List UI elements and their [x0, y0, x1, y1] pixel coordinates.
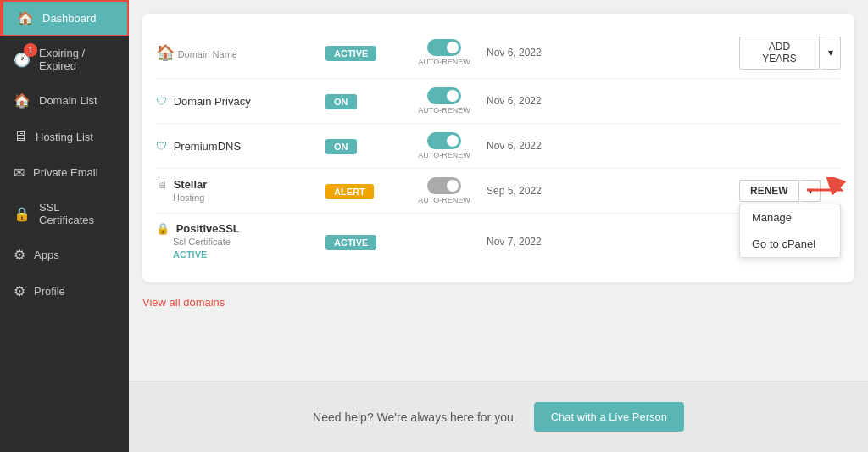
sidebar-item-label: Domain List	[39, 94, 97, 107]
sidebar-item-apps[interactable]: ⚙ Apps	[0, 237, 129, 273]
sidebar-item-label: Profile	[34, 285, 65, 298]
domain-status-col: ACTIVE	[326, 45, 402, 60]
domain-date-col: Nov 6, 2022	[487, 47, 739, 59]
footer: Need help? We're always here for you. Ch…	[129, 381, 868, 452]
stellar-alert-badge: ALERT	[326, 184, 374, 199]
domain-privacy-date: Nov 6, 2022	[487, 95, 739, 107]
stellar-toggle-col: AUTO-RENEW	[402, 177, 487, 204]
ssl-date: Nov 7, 2022	[487, 236, 542, 248]
sidebar: 🏠 Dashboard 🕐 Expiring / Expired 1 🏠 Dom…	[0, 0, 129, 452]
domain-row-1: 🏠 Domain Name ACTIVE AUTO-RENEW Nov 6, 2…	[156, 27, 841, 79]
renew-button[interactable]: RENEW	[739, 180, 799, 202]
renew-dropdown-menu: Manage Go to cPanel	[739, 204, 841, 258]
sidebar-item-label: Expiring / Expired	[39, 47, 115, 72]
status-badge-active: ACTIVE	[326, 46, 376, 61]
domain-list-icon: 🏠	[14, 92, 31, 109]
premiumdns-date: Nov 6, 2022	[487, 140, 739, 152]
renew-dropdown-button[interactable]: ▾	[801, 180, 821, 202]
content-area: 🏠 Domain Name ACTIVE AUTO-RENEW Nov 6, 2…	[129, 0, 868, 381]
dashboard-icon: 🏠	[17, 10, 34, 26]
stellar-status-col: ALERT	[326, 183, 402, 198]
sidebar-item-label: Dashboard	[42, 12, 97, 25]
expiring-badge: 1	[24, 43, 37, 57]
domain-privacy-label: Domain Privacy	[174, 95, 251, 108]
premiumdns-toggle[interactable]	[427, 132, 461, 149]
domain-type-label: Domain Name	[178, 49, 237, 59]
stellar-date-col: Sep 5, 2022	[487, 185, 739, 197]
domain-row-4: 🖥 Stellar Hosting ALERT AUTO-RENEW Sep 5…	[156, 169, 841, 214]
stellar-type-label: Hosting	[173, 193, 204, 203]
auto-renew-toggle[interactable]	[427, 39, 461, 56]
ssl-status-text: ACTIVE	[173, 249, 207, 259]
goto-cpanel-menu-item[interactable]: Go to cPanel	[740, 231, 840, 257]
domain-privacy-name: 🛡 Domain Privacy	[156, 95, 326, 108]
sidebar-item-label: Private Email	[33, 166, 98, 179]
ssl-type-label: Ssl Certificate	[173, 237, 231, 247]
premiumdns-badge: ON	[326, 139, 357, 154]
domain-row-2: 🛡 Domain Privacy ON AUTO-RENEW Nov 6, 20…	[156, 79, 841, 124]
domain-privacy-toggle-col: AUTO-RENEW	[402, 87, 487, 114]
sidebar-item-profile[interactable]: ⚙ Profile	[0, 273, 129, 310]
hosting-icon: 🖥	[14, 129, 27, 144]
premiumdns-status: ON	[326, 138, 402, 153]
status-badge-on: ON	[326, 94, 357, 109]
domain-home-icon: 🏠	[156, 44, 175, 61]
premiumdns-label: PremiumDNS	[174, 140, 241, 153]
main-content: 🏠 Domain Name ACTIVE AUTO-RENEW Nov 6, 2…	[129, 0, 868, 452]
premiumdns-icon: 🛡	[156, 140, 167, 153]
domain-date: Nov 6, 2022	[487, 47, 542, 59]
stellar-auto-renew-label: AUTO-RENEW	[418, 196, 470, 204]
privacy-auto-renew-label: AUTO-RENEW	[418, 106, 470, 114]
stellar-toggle[interactable]	[427, 177, 461, 194]
profile-icon: ⚙	[14, 283, 25, 299]
ssl-name-col: 🔒 PositiveSSL Ssl Certificate ACTIVE	[156, 222, 326, 260]
domain-name-col: 🏠 Domain Name	[156, 43, 326, 62]
premiumdns-date-val: Nov 6, 2022	[487, 140, 542, 152]
privacy-icon: 🛡	[156, 95, 167, 108]
privacy-date: Nov 6, 2022	[487, 95, 542, 107]
chat-button[interactable]: Chat with a Live Person	[534, 402, 684, 432]
premiumdns-name: 🛡 PremiumDNS	[156, 140, 326, 153]
ssl-cert-icon: 🔒	[156, 222, 170, 235]
stellar-icon: 🖥	[156, 178, 167, 191]
manage-menu-item[interactable]: Manage	[740, 204, 840, 231]
ssl-icon: 🔒	[14, 206, 31, 222]
add-years-dropdown-button[interactable]: ▾	[821, 36, 841, 70]
sidebar-item-hosting-list[interactable]: 🖥 Hosting List	[0, 119, 129, 154]
stellar-date: Sep 5, 2022	[487, 185, 542, 197]
ssl-date-col: Nov 7, 2022	[487, 236, 739, 248]
auto-renew-label: AUTO-RENEW	[418, 58, 470, 66]
sidebar-item-label: SSL Certificates	[39, 201, 115, 226]
sidebar-item-dashboard[interactable]: 🏠 Dashboard	[0, 0, 129, 36]
apps-icon: ⚙	[14, 247, 25, 263]
ssl-name-label: PositiveSSL	[176, 222, 240, 235]
sidebar-item-label: Hosting List	[36, 131, 93, 143]
domain-action-col: ADD YEARS ▾	[739, 36, 841, 70]
stellar-action-col: RENEW ▾ Manage Go to cPanel	[739, 180, 841, 202]
sidebar-item-private-email[interactable]: ✉ Private Email	[0, 154, 129, 191]
email-icon: ✉	[14, 165, 25, 181]
domain-privacy-status: ON	[326, 93, 402, 109]
sidebar-item-ssl[interactable]: 🔒 SSL Certificates	[0, 191, 129, 237]
ssl-status-col: ACTIVE	[326, 234, 402, 249]
view-all-link[interactable]: View all domains	[142, 296, 225, 309]
stellar-name-label: Stellar	[174, 178, 208, 191]
premiumdns-auto-renew-label: AUTO-RENEW	[418, 151, 470, 159]
domain-row-3: 🛡 PremiumDNS ON AUTO-RENEW Nov 6, 2022	[156, 124, 841, 169]
add-years-button[interactable]: ADD YEARS	[739, 36, 820, 70]
domain-row-5: 🔒 PositiveSSL Ssl Certificate ACTIVE ACT…	[156, 214, 841, 269]
domain-card: 🏠 Domain Name ACTIVE AUTO-RENEW Nov 6, 2…	[142, 14, 854, 282]
sidebar-item-label: Apps	[34, 248, 59, 261]
stellar-name-col: 🖥 Stellar Hosting	[156, 178, 326, 204]
domain-toggle-col: AUTO-RENEW	[402, 39, 487, 66]
ssl-active-badge: ACTIVE	[326, 235, 376, 250]
premiumdns-toggle-col: AUTO-RENEW	[402, 132, 487, 159]
privacy-toggle[interactable]	[427, 87, 461, 104]
help-text: Need help? We're always here for you.	[313, 410, 517, 424]
sidebar-item-expiring[interactable]: 🕐 Expiring / Expired 1	[0, 36, 129, 82]
sidebar-item-domain-list[interactable]: 🏠 Domain List	[0, 82, 129, 119]
